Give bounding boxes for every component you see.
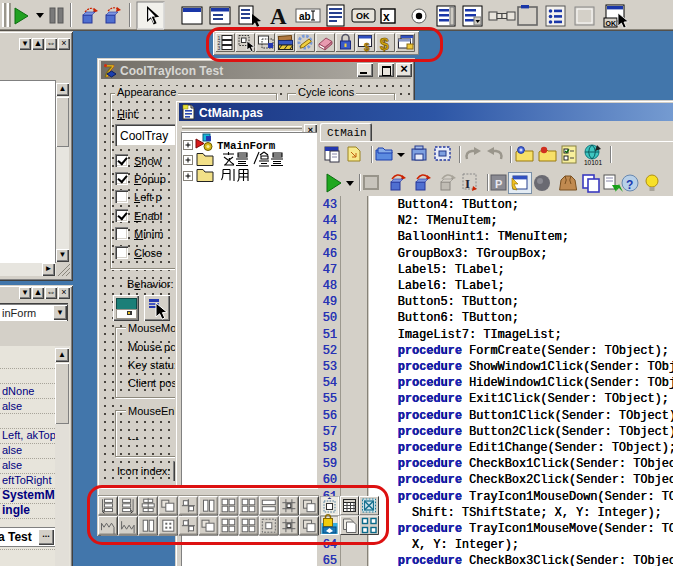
svg-text:10101: 10101 <box>584 159 602 166</box>
svg-text:OK: OK <box>606 20 617 27</box>
svg-text:P: P <box>495 178 502 190</box>
svg-text:?: ? <box>626 178 633 192</box>
svg-text:ab: ab <box>299 11 311 22</box>
svg-text:x: x <box>383 10 390 24</box>
svg-text:I: I <box>465 176 470 191</box>
svg-text:A: A <box>270 4 287 29</box>
svg-text:OK: OK <box>356 11 370 21</box>
svg-text:TMainForm: TMainForm <box>217 140 276 152</box>
